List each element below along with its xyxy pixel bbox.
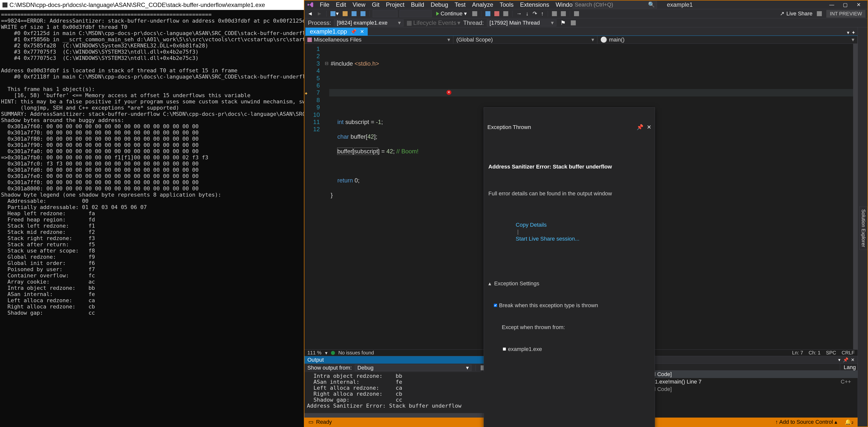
ok-icon	[331, 351, 335, 355]
thread-label: Thread:	[463, 19, 484, 26]
start-liveshare-link[interactable]: Start Live Share session...	[516, 236, 580, 242]
console-window: C:\MSDN\cpp-docs-pr\docs\c-language\ASAN…	[0, 0, 304, 427]
menu-build[interactable]: Build	[408, 0, 427, 9]
notifications-button[interactable]: 🔔₂	[845, 419, 854, 425]
callstack-row[interactable]: [External Code]	[627, 371, 858, 378]
main-menu: File Edit View Git Project Build Debug T…	[317, 0, 599, 9]
menu-tools[interactable]: Tools	[497, 0, 517, 9]
solution-platform-combo[interactable]	[400, 10, 432, 17]
solution-config-combo[interactable]	[373, 10, 398, 17]
panel-pin-icon[interactable]: 📌	[843, 357, 848, 363]
tab-options-button[interactable]: ✦	[851, 30, 856, 35]
editor-vertical-scrollbar[interactable]	[853, 44, 858, 349]
step-over-button[interactable]: ↷	[532, 10, 538, 18]
show-next-statement-button[interactable]: →	[516, 10, 523, 18]
navigation-bar: Miscellaneous Files▾ (Global Scope)▾ ⚪ m…	[304, 36, 858, 44]
pin-icon[interactable]: 📌	[350, 29, 356, 34]
menu-debug[interactable]: Debug	[428, 0, 451, 9]
code-editor[interactable]: 123456789101112 ⊟ #include <stdio.h> int…	[304, 44, 858, 349]
menu-git[interactable]: Git	[369, 0, 382, 9]
nav-back-button[interactable]: ◄	[306, 10, 314, 18]
flag-button[interactable]: ⚑	[559, 19, 567, 27]
close-button[interactable]: ✕	[854, 1, 864, 8]
debug-location-toolbar: Process: [9824] example1.exe▾ ▦ Lifecycl…	[304, 19, 868, 27]
callstack-row[interactable]: [External Code]	[627, 386, 858, 393]
stop-button[interactable]	[493, 11, 500, 17]
quick-search[interactable]: Search (Ctrl+Q) 🔍	[572, 1, 657, 8]
error-glyph-icon[interactable]: ✕	[446, 90, 452, 95]
line-indicator[interactable]: Ln: 7	[792, 350, 803, 356]
char-indicator[interactable]: Ch: 1	[809, 350, 820, 356]
col-name[interactable]: Name	[633, 364, 840, 370]
output-from-label: Show output from:	[307, 365, 352, 371]
project-scope-combo[interactable]: Miscellaneous Files▾	[304, 36, 453, 44]
member-scope-combo[interactable]: ⚪ main()▾	[597, 36, 858, 44]
process-combo[interactable]: [9824] example1.exe▾	[334, 19, 403, 26]
debug-target-button[interactable]	[471, 11, 478, 17]
maximize-button[interactable]: ▢	[840, 1, 850, 8]
vs-logo-icon	[307, 0, 315, 9]
exception-settings-expander[interactable]: ▴ Exception Settings	[488, 280, 650, 287]
new-item-button[interactable]: ▾	[330, 10, 340, 18]
close-icon[interactable]: ✕	[647, 123, 651, 131]
zoom-level[interactable]: 111 %	[307, 350, 321, 356]
nav-fwd-button[interactable]: ►	[316, 10, 323, 18]
menu-extensions[interactable]: Extensions	[517, 0, 552, 9]
callstack-row[interactable]: ➔example1.exe!main() Line 7C++	[627, 378, 858, 386]
except-from-label: Except when thrown from:	[502, 324, 650, 331]
fold-gutter[interactable]: ⊟	[325, 44, 329, 349]
solution-name: example1	[667, 1, 693, 8]
breakpoint-margin[interactable]	[304, 90, 307, 96]
document-tab[interactable]: example1.cpp 📌 ✕	[305, 28, 368, 35]
misc-button-1[interactable]	[551, 11, 558, 17]
add-source-control-button[interactable]: ↑ Add to Source Control ▴	[775, 419, 837, 425]
issues-label[interactable]: No issues found	[338, 350, 374, 356]
panel-menu-icon[interactable]: ▾	[838, 357, 840, 363]
spaces-indicator[interactable]: SPC	[826, 350, 836, 356]
menu-view[interactable]: View	[349, 0, 368, 9]
menu-test[interactable]: Test	[452, 0, 468, 9]
continue-button[interactable]: Continue ▾	[434, 10, 469, 18]
menu-project[interactable]: Project	[383, 0, 407, 9]
module-exclude-checkbox[interactable]: example1.exe	[503, 346, 650, 353]
stack-frame-button[interactable]	[570, 20, 577, 26]
step-into-button[interactable]: ↓	[525, 10, 530, 18]
close-tab-icon[interactable]: ✕	[360, 29, 364, 34]
output-text[interactable]: Intra object redzone: bb ASan internal: …	[304, 372, 626, 413]
break-when-thrown-checkbox[interactable]: Break when this exception type is thrown	[494, 302, 650, 309]
thread-combo[interactable]: [17592] Main Thread▾	[487, 19, 556, 26]
output-source-combo[interactable]: Debug▾	[355, 365, 471, 371]
step-out-button[interactable]: ↑	[540, 10, 545, 18]
solution-explorer-tab[interactable]: Solution Explorer	[859, 206, 868, 250]
vs-titlebar[interactable]: File Edit View Git Project Build Debug T…	[304, 0, 868, 9]
type-scope-combo[interactable]: (Global Scope)▾	[453, 36, 597, 44]
restart-button[interactable]	[502, 11, 509, 17]
menu-edit[interactable]: Edit	[333, 0, 349, 9]
console-title-text: C:\MSDN\cpp-docs-pr\docs\c-language\ASAN…	[9, 1, 265, 8]
status-rect-icon: ▭	[308, 419, 314, 425]
panel-close-icon[interactable]: ✕	[851, 357, 855, 363]
minimize-button[interactable]: —	[827, 1, 837, 8]
code-area[interactable]: #include <stdio.h> int main() { int subs…	[329, 44, 858, 349]
misc-button-2[interactable]	[560, 11, 567, 17]
lifecycle-events-button[interactable]: ▦ Lifecycle Events ▾	[406, 19, 460, 26]
col-lang[interactable]: Lang	[840, 364, 858, 370]
exception-detail: Full error details can be found in the o…	[488, 190, 650, 197]
side-tab-strip: Solution Explorer Team Explorer	[858, 27, 868, 427]
menu-file[interactable]: File	[317, 0, 333, 9]
pin-icon[interactable]: 📌	[637, 123, 643, 131]
misc-button-3[interactable]	[573, 11, 580, 17]
console-titlebar[interactable]: C:\MSDN\cpp-docs-pr\docs\c-language\ASAN…	[0, 0, 304, 10]
menu-analyze[interactable]: Analyze	[469, 0, 496, 9]
copy-details-link[interactable]: Copy Details	[516, 222, 547, 228]
lineending-indicator[interactable]: CRLF	[842, 350, 855, 356]
feedback-button[interactable]	[816, 11, 823, 17]
open-button[interactable]	[342, 11, 349, 17]
callstack-panel: Call Stack ▾📌✕ Name Lang [External Code]…	[627, 356, 858, 418]
live-share-button[interactable]: ↗ Live Share	[780, 10, 812, 17]
callstack-title[interactable]: Call Stack ▾📌✕	[627, 356, 858, 364]
tab-overflow-button[interactable]: ▾	[847, 30, 849, 35]
save-button[interactable]	[350, 11, 358, 17]
break-all-button[interactable]	[485, 11, 491, 17]
save-all-button[interactable]	[360, 11, 367, 17]
